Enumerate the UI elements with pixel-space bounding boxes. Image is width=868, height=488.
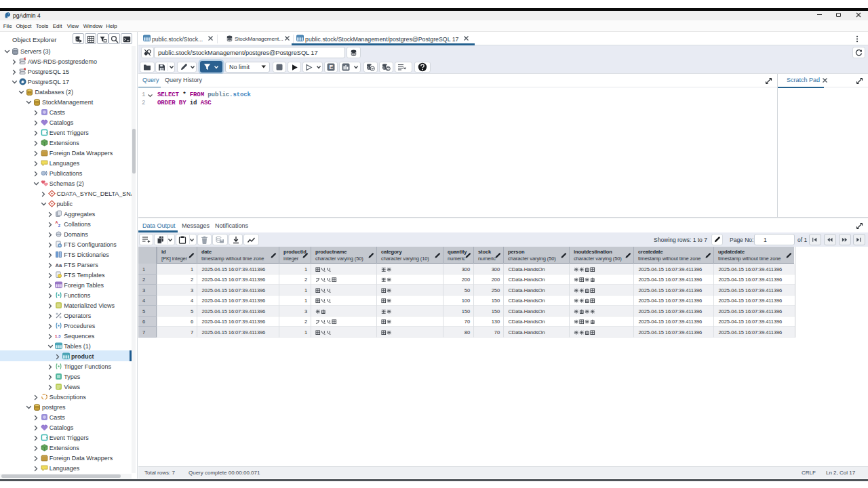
svg-text:Aa: Aa [56,262,62,268]
svg-text:Z: Z [58,224,61,228]
svg-text:E: E [329,64,333,70]
svg-text:1.3: 1.3 [55,334,61,338]
